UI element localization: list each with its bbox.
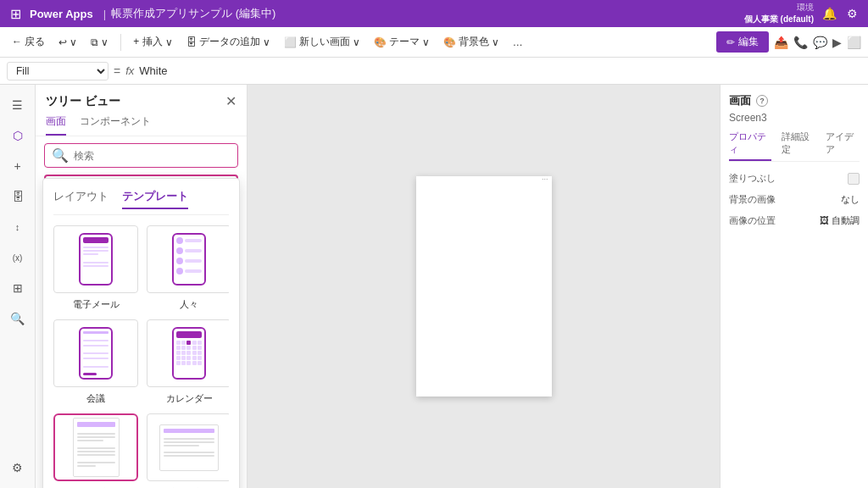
search-sidebar-icon[interactable]: 🔍	[4, 305, 31, 332]
theme-button[interactable]: 🎨 テーマ ∨	[369, 32, 435, 52]
template-email[interactable]: 電子メール	[53, 225, 138, 311]
data-sidebar-icon[interactable]: 🗄	[4, 183, 31, 210]
play-icon[interactable]: ▶	[832, 36, 842, 49]
template-calendar-thumb	[147, 319, 229, 387]
template-grid: 電子メール	[53, 225, 229, 488]
settings-title-icon[interactable]: ⚙	[847, 7, 858, 20]
comment-icon[interactable]: 💬	[813, 36, 827, 49]
right-panel-section: 画面 ?	[729, 93, 860, 108]
bg-color-icon: 🎨	[443, 36, 456, 48]
edit-label: 編集	[738, 35, 759, 49]
plus-sidebar-icon[interactable]: +	[4, 152, 31, 180]
fill-property-row: 塗りつぶし	[729, 172, 860, 185]
screen-canvas[interactable]: ···	[416, 176, 552, 396]
popup-tab-template[interactable]: テンプレート	[122, 189, 188, 209]
menu-sidebar-icon[interactable]: ☰	[4, 92, 31, 119]
app-name: Power Apps	[30, 8, 93, 20]
template-meeting[interactable]: 会議	[53, 319, 138, 405]
tree-search-input[interactable]	[74, 150, 231, 162]
title-bar-icons: 🔔 ⚙	[822, 7, 858, 20]
template-print-portrait-thumb	[53, 413, 138, 481]
undo-button[interactable]: ↩ ∨	[53, 34, 82, 51]
call-icon[interactable]: 📞	[793, 36, 808, 49]
right-panel-tabs: プロパティ 詳細設定 アイデア	[729, 130, 860, 162]
env-area: 環境 個人事業 (default)	[744, 2, 814, 25]
back-button[interactable]: ← 戻る	[7, 32, 50, 52]
flow-sidebar-icon[interactable]: ↕	[4, 214, 31, 241]
help-icon[interactable]: ?	[756, 95, 768, 107]
theme-chevron: ∨	[422, 36, 430, 48]
new-screen-label: 新しい画面	[299, 35, 350, 49]
new-screen-chevron: ∨	[353, 36, 360, 48]
env-label: 環境	[797, 2, 814, 14]
bg-color-button[interactable]: 🎨 背景色 ∨	[438, 32, 504, 52]
variable-sidebar-icon[interactable]: (x)	[4, 244, 31, 271]
new-screen-icon: ⬜	[284, 36, 297, 48]
doc-title: 帳票作成アプリサンプル (編集中)	[111, 6, 275, 21]
fill-color-swatch[interactable]	[848, 173, 860, 185]
right-panel: 画面 ? Screen3 プロパティ 詳細設定 アイデア 塗りつぶし 背景の画像…	[720, 85, 868, 488]
fill-label: 塗りつぶし	[729, 172, 776, 185]
theme-icon: 🎨	[374, 36, 387, 48]
formula-bar: Fill = fx	[0, 58, 868, 85]
bg-image-property-row: 背景の画像 なし	[729, 193, 860, 206]
template-meeting-label: 会議	[86, 392, 105, 405]
template-popup: レイアウト テンプレート	[42, 178, 240, 488]
right-tab-ideas[interactable]: アイデア	[826, 130, 860, 161]
share-icon[interactable]: 📤	[774, 36, 788, 49]
more-button[interactable]: …	[508, 34, 528, 51]
image-position-label: 画像の位置	[729, 214, 776, 227]
more-icon: …	[513, 36, 523, 48]
bg-image-label: 背景の画像	[729, 193, 776, 206]
components-sidebar-icon[interactable]: ⊞	[4, 274, 31, 302]
popup-tab-layout[interactable]: レイアウト	[53, 189, 108, 209]
tree-tab-screens[interactable]: 画面	[46, 114, 66, 136]
property-select[interactable]: Fill	[7, 62, 108, 80]
image-position-value[interactable]: 🖼 自動調	[820, 214, 860, 227]
equals-sign: =	[114, 64, 120, 78]
toolbar: ← 戻る ↩ ∨ ⧉ ∨ + 挿入 ∨ 🗄 データの追加 ∨ ⬜ 新しい画面 ∨…	[0, 27, 868, 58]
template-meeting-thumb	[53, 319, 138, 387]
add-data-chevron: ∨	[263, 36, 270, 48]
bg-color-label: 背景色	[459, 35, 489, 49]
layers-sidebar-icon[interactable]: ⬡	[4, 122, 31, 149]
title-separator: |	[103, 8, 106, 20]
new-screen-toolbar-button[interactable]: ⬜ 新しい画面 ∨	[279, 32, 365, 52]
add-data-button[interactable]: 🗄 データの追加 ∨	[181, 32, 275, 52]
template-print-landscape[interactable]: 横長で印刷	[147, 413, 229, 488]
settings-sidebar-icon[interactable]: ⚙	[4, 454, 31, 481]
tree-tab-components[interactable]: コンポーネント	[80, 114, 151, 136]
bg-image-value[interactable]: なし	[841, 193, 860, 206]
insert-button[interactable]: + 挿入 ∨	[128, 32, 177, 52]
tree-header: ツリー ビュー ✕	[36, 85, 247, 114]
template-people-label: 人々	[180, 298, 198, 311]
insert-chevron: ∨	[165, 36, 173, 48]
edit-button[interactable]: ✏ 編集	[716, 31, 769, 53]
template-print-portrait[interactable]: 縦長で印刷	[53, 413, 138, 488]
fullscreen-icon[interactable]: ⬜	[847, 36, 861, 49]
toolbar-separator-1	[120, 34, 121, 51]
template-people[interactable]: 人々	[147, 225, 229, 311]
right-tab-advanced[interactable]: 詳細設定	[782, 130, 815, 161]
template-people-thumb	[147, 225, 229, 293]
pencil-icon: ✏	[726, 36, 735, 48]
right-tab-properties[interactable]: プロパティ	[729, 130, 771, 161]
tree-tabs: 画面 コンポーネント	[36, 114, 247, 136]
formula-input[interactable]	[139, 64, 861, 77]
bell-icon[interactable]: 🔔	[822, 7, 837, 20]
template-email-label: 電子メール	[73, 298, 120, 311]
right-panel-screen-name: Screen3	[729, 112, 860, 124]
tree-search-box[interactable]: 🔍	[44, 143, 238, 168]
template-calendar[interactable]: カレンダー	[147, 319, 229, 405]
copy-button[interactable]: ⧉ ∨	[86, 34, 114, 51]
add-data-label: データの追加	[199, 35, 260, 49]
tree-close-button[interactable]: ✕	[225, 93, 236, 109]
template-print-landscape-thumb	[147, 413, 229, 481]
template-calendar-label: カレンダー	[166, 392, 213, 405]
undo-chevron: ∨	[70, 36, 77, 48]
template-email-thumb	[53, 225, 138, 293]
toolbar-right: ✏ 編集 📤 📞 💬 ▶ ⬜	[716, 31, 861, 53]
bg-color-chevron: ∨	[492, 36, 499, 48]
image-position-property-row: 画像の位置 🖼 自動調	[729, 214, 860, 227]
popup-tabs: レイアウト テンプレート	[53, 189, 229, 215]
